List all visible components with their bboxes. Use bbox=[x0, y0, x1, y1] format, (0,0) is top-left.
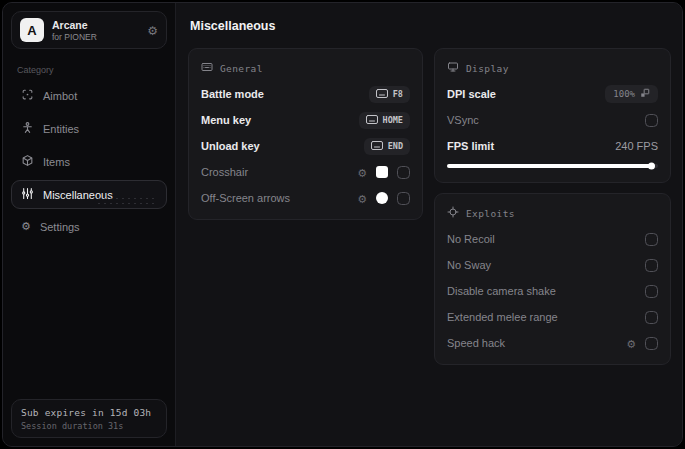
keybind-value: HOME bbox=[383, 115, 403, 125]
app-card: A Arcane for PIONER bbox=[11, 11, 167, 49]
sidebar-item-settings[interactable]: Settings bbox=[11, 213, 167, 240]
crosshair-row: Crosshair bbox=[201, 159, 410, 185]
row-label: Battle mode bbox=[201, 88, 264, 100]
offscreen-checkbox[interactable] bbox=[397, 192, 410, 205]
row-label: Menu key bbox=[201, 114, 251, 126]
keybind-value: F8 bbox=[393, 89, 403, 99]
battle-mode-row: Battle mode F8 bbox=[201, 81, 410, 107]
fps-limit-row: FPS limit 240 FPS bbox=[447, 133, 658, 159]
dpi-scale-selector[interactable]: 100% bbox=[605, 85, 658, 103]
misc-sliders-icon bbox=[21, 187, 34, 202]
extended-melee-range-checkbox[interactable] bbox=[645, 311, 658, 324]
vsync-row: VSync bbox=[447, 107, 658, 133]
exploits-panel: Exploits No Recoil No Sway Disable camer… bbox=[434, 193, 671, 365]
sidebar-item-miscellaneous[interactable]: Miscellaneous bbox=[11, 180, 167, 209]
disable-camera-shake-row: Disable camera shake bbox=[447, 278, 658, 304]
panel-title: General bbox=[220, 63, 263, 74]
display-panel-header: Display bbox=[447, 61, 658, 75]
speed-hack-settings-gear-icon[interactable] bbox=[626, 335, 636, 351]
row-label: Disable camera shake bbox=[447, 285, 556, 297]
sidebar-nav: Aimbot Entities Items bbox=[11, 81, 167, 240]
speed-hack-row: Speed hack bbox=[447, 330, 658, 356]
sidebar-item-items[interactable]: Items bbox=[11, 147, 167, 176]
sidebar-item-label: Items bbox=[43, 156, 70, 168]
row-label: Unload key bbox=[201, 140, 260, 152]
offscreen-arrows-row: Off-Screen arrows bbox=[201, 185, 410, 211]
no-recoil-checkbox[interactable] bbox=[645, 233, 658, 246]
sidebar-item-label: Entities bbox=[43, 123, 79, 135]
crosshair-color-swatch[interactable] bbox=[376, 166, 388, 178]
no-recoil-row: No Recoil bbox=[447, 226, 658, 252]
row-label: DPI scale bbox=[447, 88, 496, 100]
subscription-card: Sub expires in 15d 03h Session duration … bbox=[11, 399, 167, 438]
keyboard-icon bbox=[376, 89, 388, 100]
keyboard-icon bbox=[371, 141, 383, 152]
keyboard-icon bbox=[201, 61, 213, 75]
row-label: Off-Screen arrows bbox=[201, 192, 290, 204]
fps-slider-knob[interactable] bbox=[648, 163, 655, 170]
menu-key-row: Menu key HOME bbox=[201, 107, 410, 133]
no-sway-row: No Sway bbox=[447, 252, 658, 278]
fps-limit-slider[interactable] bbox=[447, 164, 658, 168]
app-subtitle: for PIONER bbox=[52, 32, 97, 42]
app-name: Arcane bbox=[52, 19, 97, 31]
sidebar-item-aimbot[interactable]: Aimbot bbox=[11, 81, 167, 110]
disable-camera-shake-checkbox[interactable] bbox=[645, 285, 658, 298]
menu-key-keybind[interactable]: HOME bbox=[359, 112, 410, 129]
row-label: VSync bbox=[447, 114, 479, 126]
row-label: No Sway bbox=[447, 259, 491, 271]
offscreen-color-swatch[interactable] bbox=[376, 192, 388, 204]
dpi-value: 100% bbox=[613, 89, 635, 99]
sidebar-item-label: Settings bbox=[40, 221, 80, 233]
unload-key-keybind[interactable]: END bbox=[364, 138, 410, 155]
offscreen-settings-gear-icon[interactable] bbox=[357, 190, 367, 206]
items-box-icon bbox=[21, 154, 34, 169]
app-settings-gear-icon[interactable] bbox=[147, 22, 158, 38]
sidebar: A Arcane for PIONER Category Aimbot bbox=[3, 3, 176, 446]
crosshair-checkbox[interactable] bbox=[397, 166, 410, 179]
row-label: FPS limit bbox=[447, 140, 494, 152]
dpi-scale-row: DPI scale 100% bbox=[447, 81, 658, 107]
app-logo: A bbox=[20, 18, 44, 42]
entities-person-icon bbox=[21, 121, 34, 136]
exploits-panel-header: Exploits bbox=[447, 206, 658, 220]
sidebar-item-label: Miscellaneous bbox=[43, 189, 113, 201]
general-panel-header: General bbox=[201, 61, 410, 75]
row-label: Crosshair bbox=[201, 166, 248, 178]
panel-title: Display bbox=[466, 63, 509, 74]
sub-expiry-text: Sub expires in 15d 03h bbox=[21, 407, 157, 418]
extended-melee-range-row: Extended melee range bbox=[447, 304, 658, 330]
row-label: No Recoil bbox=[447, 233, 495, 245]
sidebar-item-entities[interactable]: Entities bbox=[11, 114, 167, 143]
speed-hack-checkbox[interactable] bbox=[645, 337, 658, 350]
fps-limit-value: 240 FPS bbox=[615, 140, 658, 152]
aimbot-scan-icon bbox=[21, 88, 34, 103]
category-label: Category bbox=[17, 65, 161, 75]
panel-title: Exploits bbox=[466, 208, 515, 219]
crosshair-icon bbox=[447, 206, 459, 220]
resize-icon bbox=[640, 88, 650, 100]
keybind-value: END bbox=[388, 141, 403, 151]
main-content: Miscellaneous General Battle mode bbox=[176, 3, 682, 446]
monitor-icon bbox=[447, 61, 459, 75]
session-duration-text: Session duration 31s bbox=[21, 421, 157, 431]
row-label: Extended melee range bbox=[447, 311, 558, 323]
keyboard-icon bbox=[366, 115, 378, 126]
page-title: Miscellaneous bbox=[190, 19, 671, 33]
gear-icon bbox=[21, 220, 31, 233]
window: A Arcane for PIONER Category Aimbot bbox=[2, 2, 683, 447]
general-panel: General Battle mode F8 Menu key bbox=[188, 48, 423, 220]
row-label: Speed hack bbox=[447, 337, 505, 349]
vsync-checkbox[interactable] bbox=[645, 114, 658, 127]
display-panel: Display DPI scale 100% bbox=[434, 48, 671, 183]
fps-slider-fill bbox=[447, 164, 652, 168]
battle-mode-keybind[interactable]: F8 bbox=[369, 86, 410, 103]
unload-key-row: Unload key END bbox=[201, 133, 410, 159]
crosshair-settings-gear-icon[interactable] bbox=[357, 164, 367, 180]
sidebar-item-label: Aimbot bbox=[43, 90, 77, 102]
app-texts: Arcane for PIONER bbox=[52, 19, 97, 42]
no-sway-checkbox[interactable] bbox=[645, 259, 658, 272]
